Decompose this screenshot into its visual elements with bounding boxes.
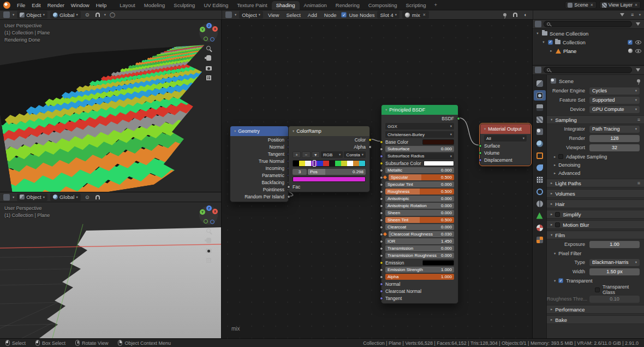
- roughness-slider[interactable]: Roughness0.500: [385, 189, 454, 195]
- editor-type-shader-icon[interactable]: [225, 11, 232, 18]
- workspace-tab-modeling[interactable]: Modeling: [140, 1, 170, 10]
- add-stop-button[interactable]: +: [293, 151, 301, 158]
- editor-type-outliner-icon[interactable]: [535, 21, 541, 27]
- colorramp-gradient[interactable]: [293, 160, 366, 167]
- axis-x-handle[interactable]: X: [212, 26, 218, 32]
- anisotropic-rotation-slider[interactable]: Anisotropic Rotation0.000: [385, 203, 454, 209]
- interpolation-dropdown[interactable]: Consta▾: [344, 151, 366, 158]
- input-socket[interactable]: [380, 247, 383, 250]
- subsurface-radius-dropdown[interactable]: Subsurface Radius▾: [385, 153, 454, 160]
- motion-blur-checkbox[interactable]: [555, 222, 560, 227]
- shader-type-dropdown[interactable]: Object▾: [239, 11, 263, 19]
- expand-caret-icon[interactable]: ▾: [535, 31, 540, 36]
- blender-logo-icon[interactable]: [3, 2, 10, 9]
- stop-position-slider[interactable]: Pos 0.298: [308, 169, 366, 175]
- collapse-caret-icon[interactable]: ▾: [385, 108, 387, 112]
- subsection-adaptive-sampling[interactable]: ▸Adaptive Sampling: [547, 152, 644, 161]
- collapse-caret-icon[interactable]: ▾: [234, 129, 236, 133]
- visibility-eye-icon[interactable]: [635, 49, 641, 53]
- output-socket[interactable]: [368, 145, 372, 149]
- navigation-gizmo[interactable]: Z Y X: [199, 206, 218, 225]
- unlink-scene-icon[interactable]: ×: [590, 2, 594, 8]
- axis-y-handle[interactable]: Y: [200, 27, 205, 32]
- input-socket[interactable]: [287, 185, 290, 189]
- stop-index-field[interactable]: 3: [293, 169, 307, 175]
- editor-type-caret-icon[interactable]: ▾: [13, 195, 14, 199]
- menu-help[interactable]: Help: [93, 2, 110, 9]
- workspace-tab-compositing[interactable]: Compositing: [364, 1, 402, 10]
- menu-edit[interactable]: Edit: [28, 2, 44, 9]
- emission-strength-slider[interactable]: Emission Strength1.000: [385, 267, 454, 273]
- sheen-slider[interactable]: Sheen0.000: [385, 210, 454, 216]
- visibility-eye-icon[interactable]: [635, 40, 641, 44]
- subsection-advanced[interactable]: ▸Advanced: [547, 169, 644, 177]
- input-socket[interactable]: [380, 162, 383, 165]
- anisotropic-slider[interactable]: Anisotropic0.000: [385, 196, 454, 202]
- filter-width-field[interactable]: 1.50 px: [589, 268, 640, 275]
- shader-node-editor[interactable]: ▾ Geometry PositionNormalTangentTrue Nor…: [222, 20, 533, 338]
- input-socket[interactable]: [479, 158, 482, 162]
- adaptive-sampling-checkbox[interactable]: [558, 154, 563, 159]
- base-color-swatch[interactable]: [422, 139, 454, 145]
- input-socket[interactable]: [380, 197, 383, 201]
- section-bake[interactable]: ▸Bake: [547, 315, 644, 324]
- section-volumes[interactable]: ▸Volumes: [547, 189, 644, 198]
- section-simplify[interactable]: ▸Simplify: [547, 210, 644, 219]
- output-socket[interactable]: [368, 138, 372, 142]
- pivot-point-icon[interactable]: ⊙: [84, 11, 91, 19]
- subsection-pixel-filter[interactable]: ▾ Pixel Filter: [547, 249, 644, 257]
- alpha-slider[interactable]: Alpha1.000: [385, 274, 454, 280]
- axis-y-handle[interactable]: Y: [200, 209, 205, 215]
- properties-tab-render[interactable]: [534, 90, 546, 101]
- workspace-tab-texture-paint[interactable]: Texture Paint: [232, 1, 271, 10]
- integrator-dropdown[interactable]: Path Tracing▾: [589, 126, 640, 133]
- scene-selector[interactable]: Scene ×: [565, 1, 597, 9]
- snap-magnet-icon[interactable]: [94, 193, 102, 201]
- properties-tab-particles[interactable]: [534, 174, 546, 185]
- input-socket[interactable]: [380, 290, 383, 293]
- feature-set-dropdown[interactable]: Supported▾: [589, 97, 640, 104]
- output-socket[interactable]: [287, 195, 290, 198]
- menu-select[interactable]: Select: [284, 11, 302, 19]
- menu-window[interactable]: Window: [68, 2, 93, 9]
- emission-swatch[interactable]: [422, 260, 454, 266]
- outliner-options-icon[interactable]: ≡: [629, 11, 636, 19]
- editor-type-properties-icon[interactable]: [535, 67, 541, 73]
- specular-tint-slider[interactable]: Specular Tint0.000: [385, 181, 454, 187]
- input-socket[interactable]: [380, 240, 383, 243]
- use-nodes-checkbox[interactable]: ✓ Use Nodes: [341, 12, 374, 18]
- axis-y-negative-handle[interactable]: [204, 37, 208, 41]
- outliner-caret-icon[interactable]: ▾: [639, 13, 641, 17]
- output-target-dropdown[interactable]: All▾: [484, 135, 527, 142]
- overlays-icon[interactable]: ◐: [522, 11, 529, 19]
- section-light-paths[interactable]: ▸Light Paths≡: [547, 179, 644, 187]
- properties-tab-view-layer[interactable]: [534, 114, 546, 125]
- editor-type-caret-icon[interactable]: ▾: [13, 13, 14, 17]
- axis-z-handle[interactable]: Z: [206, 23, 212, 28]
- add-workspace-button[interactable]: +: [431, 1, 440, 9]
- properties-search-input[interactable]: [544, 67, 632, 73]
- subsection-transparent[interactable]: ▾ ✓ Transparent: [547, 277, 644, 285]
- outliner-search-input[interactable]: [544, 21, 632, 27]
- axis-z-negative-handle[interactable]: [210, 220, 214, 224]
- input-socket[interactable]: [479, 144, 482, 148]
- color-mode-dropdown[interactable]: RGB▾: [321, 151, 343, 158]
- toggle-perspective-icon[interactable]: [206, 75, 211, 81]
- material-selector[interactable]: mix ×: [402, 11, 429, 19]
- unlink-material-icon[interactable]: ×: [422, 12, 426, 17]
- input-socket[interactable]: [380, 176, 383, 179]
- exposure-field[interactable]: 1.00: [589, 241, 640, 248]
- outliner-row-collection[interactable]: ▾ ✓ Collection ✓: [533, 38, 644, 46]
- input-socket[interactable]: [380, 148, 383, 151]
- input-socket[interactable]: [380, 219, 383, 222]
- node-principled-bsdf[interactable]: ▾ Principled BSDF BSDF GGX▾: [381, 104, 458, 304]
- section-performance[interactable]: ▸Performance: [547, 305, 644, 314]
- transparent-glass-checkbox[interactable]: [595, 287, 600, 292]
- input-socket[interactable]: [380, 283, 383, 286]
- node-material-output-header[interactable]: ▾ Material Output: [480, 124, 530, 134]
- slot-dropdown[interactable]: Slot 4▾: [377, 11, 399, 19]
- properties-tab-constraints[interactable]: [534, 198, 546, 209]
- zoom-icon[interactable]: [206, 45, 211, 51]
- active-stop-marker[interactable]: [313, 160, 316, 167]
- menu-view[interactable]: View: [266, 11, 281, 19]
